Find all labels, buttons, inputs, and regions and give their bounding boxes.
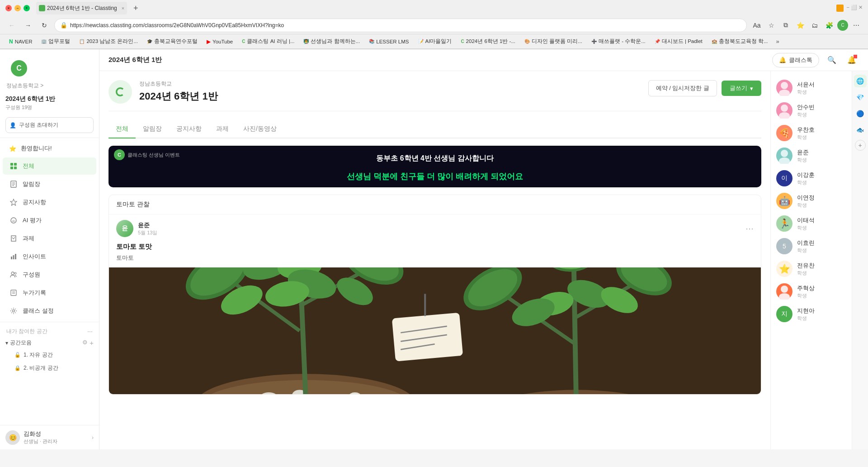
edge-icon-fish[interactable]: 🐟 [854,124,867,136]
member-item[interactable]: 윤준 학생 [771,144,852,167]
url-bar[interactable]: 🔒 https://newclass.classting.com/classro… [54,19,747,32]
extension-btn-1[interactable]: 🧩 [823,19,835,32]
sidebar-item-ai[interactable]: AI AI 평가 [3,212,96,229]
forward-btn[interactable]: → [22,19,34,32]
edge-icon-gem[interactable]: 💎 [854,91,867,104]
bookmark-math[interactable]: ➕ 매쓰플랫 - 수학운... [588,37,649,46]
sidebar-item-welcome[interactable]: ⭐ 환영합니다! [3,140,96,157]
sidebar-item-members[interactable]: 구성원 [3,266,96,283]
search-btn[interactable]: 🔍 [825,53,839,67]
classsok-btn[interactable]: 🔔 클래스톡 [772,53,819,67]
browser-actions[interactable]: Aa ☆ ⧉ ⭐ 🗂 🧩 C ⋯ [750,19,863,32]
bookmark-teacher[interactable]: 👨‍🏫 선생님과 함께하는... [300,37,363,46]
teacher-icon: 👨‍🏫 [303,39,309,44]
minimize-window-btn[interactable]: − [14,5,21,11]
space-item-free[interactable]: 🔓 1. 자유 공간 [5,348,94,362]
title-bar-right[interactable]: − ⬜ ✕ [836,5,863,12]
tab-diary[interactable]: 알림장 [136,120,169,138]
member-item[interactable]: 지 지현아 학생 [771,303,852,325]
member-item[interactable]: 안수빈 학생 [771,99,852,122]
classting-extension[interactable]: C [837,20,848,31]
space-settings-icon[interactable]: ⚙ [82,339,88,347]
member-item[interactable]: 서윤서 학생 [771,76,852,99]
favorites-btn[interactable]: ⭐ [794,19,807,32]
post-content: 토마토 [109,254,761,267]
bookmark-classting-ai[interactable]: C 클래스팅 AI 러닝 |... [238,37,298,46]
space-add-icon[interactable]: + [90,339,94,347]
space-group-actions: ⚙ + [82,339,94,347]
bookmark-design[interactable]: 🎨 디자인 플랫폼 미리... [521,37,586,46]
bookmark-naver[interactable]: N NAVER [5,38,36,46]
bookmark-cboe[interactable]: 🏫 충청북도교육청 학... [708,37,772,46]
breadcrumb[interactable]: 정남초등학교 > [0,80,99,91]
edge-icon-circle[interactable]: 🔵 [854,107,867,120]
member-item[interactable]: 이 이강훈 학생 [771,167,852,190]
sidebar-item-diary[interactable]: 알림장 [3,176,96,193]
write-btn[interactable]: 글쓰기 ▾ [722,81,761,96]
member-item[interactable]: ⭐ 전유찬 학생 [771,257,852,280]
bookmark-edu[interactable]: 🎓 충북교육연수포털 [143,37,201,46]
sidebar-item-all[interactable]: 전체 [3,157,96,175]
diary-label: 알림장 [23,180,40,188]
edge-icon-globe[interactable]: 🌐 [854,75,867,87]
bookmark-label: LESSER LMS [376,39,409,44]
my-spaces-label: 내가 참여한 공간 [6,328,47,335]
member-avatar: 5 [776,238,793,254]
address-bar: ← → ↻ 🔒 https://newclass.classting.com/c… [0,16,868,34]
new-tab-btn[interactable]: + [130,2,142,14]
member-item[interactable]: 🏃 이태석 학생 [771,212,852,235]
reserve-btn[interactable]: 예약 / 임시저장한 글 [648,80,717,96]
tab-close-btn[interactable]: × [122,5,124,11]
tab-task[interactable]: 과제 [209,120,236,138]
bookmark-lesser[interactable]: 📚 LESSER LMS [365,38,412,45]
breadcrumb-text: 정남초등학교 > [6,82,43,90]
edge-add-btn[interactable]: + [855,140,866,151]
maximize-window-btn[interactable]: + [24,5,30,11]
naver-icon: N [9,38,13,45]
member-item[interactable]: 🤖 이연정 학생 [771,190,852,212]
sidebar-item-settings[interactable]: 클래스 설정 [3,302,96,319]
space-item-private[interactable]: 🔒 2. 비공개 공간 [5,362,94,375]
post-menu-btn[interactable]: ⋯ [745,224,754,234]
member-role: 학생 [797,315,815,322]
notification-btn[interactable]: 🔔 [844,53,859,67]
user-info: 김화성 선생님 · 관리자 [24,430,57,445]
collections-btn[interactable]: 🗂 [808,19,821,32]
sidebar-item-notice[interactable]: 공지사항 [3,194,96,211]
bookmarks-more-btn[interactable]: » [774,37,782,46]
bookmark-portal[interactable]: 🏢 업무포털 [38,37,74,46]
all-icon [9,162,18,171]
sidebar-item-history[interactable]: 누가기록 [3,284,96,301]
app-logo[interactable]: C [11,60,27,76]
member-item[interactable]: 🍕 우찬호 학생 [771,122,852,144]
refresh-btn[interactable]: ↻ [38,19,51,32]
lock-open-icon: 🔓 [14,352,21,358]
split-view-btn[interactable]: ⧉ [779,19,792,32]
sidebar-user-footer[interactable]: 😊 김화성 선생님 · 관리자 › [0,425,99,449]
tab-all[interactable]: 전체 [108,120,136,138]
insight-label: 인사이트 [23,253,46,261]
more-btn[interactable]: ⋯ [850,19,863,32]
window-controls[interactable]: × − + 2024년 6학년 1반 - Classting × + [5,2,142,14]
spaces-more-btn[interactable]: ⋯ [87,329,93,335]
bookmark-class-current[interactable]: C 2024년 6학년 1반 -... [457,37,519,46]
math-icon: ➕ [591,39,597,44]
translate-btn[interactable]: Aa [750,19,763,32]
member-item[interactable]: 5 이효린 학생 [771,235,852,257]
sidebar-item-task[interactable]: 과제 [3,230,96,247]
bookmark-star-btn[interactable]: ☆ [765,19,778,32]
invite-member-btn[interactable]: 👤 구성원 초대하기 [5,117,94,133]
close-window-btn[interactable]: × [5,5,12,11]
space-group-toggle[interactable]: ▾ 공간모음 [5,339,32,347]
bookmark-youtube[interactable]: ▶ YouTube [203,38,236,46]
space-free-label: 1. 자유 공간 [24,351,53,359]
sidebar-item-insight[interactable]: 인사이트 [3,248,96,265]
tab-photo[interactable]: 사진/동영상 [236,120,284,138]
bookmark-2023[interactable]: 📋 2023 남남조 온라인... [75,37,142,46]
bookmark-ai-diary[interactable]: 📝 AI마을일기 [415,37,456,46]
bookmark-padlet[interactable]: 📌 대시보드 | Padlet [651,37,706,46]
back-btn[interactable]: ← [5,19,18,32]
member-item[interactable]: 주혁상 학생 [771,280,852,303]
tab-notice[interactable]: 공지사항 [169,120,209,138]
main-header: 2024년 6학년 1반 🔔 클래스톡 🔍 🔔 [99,49,868,71]
